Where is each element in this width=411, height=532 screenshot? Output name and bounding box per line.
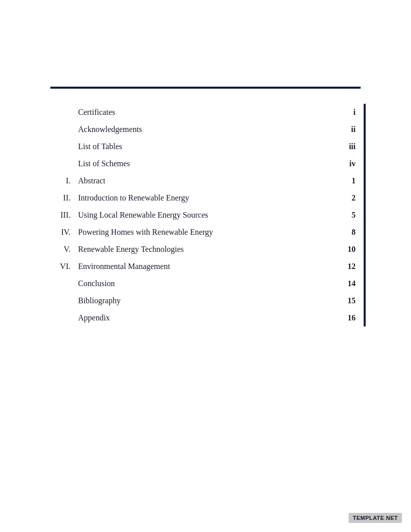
toc-page-number: 8	[330, 228, 361, 237]
toc-row: Bibliography15	[50, 292, 361, 309]
toc-entry-title: Acknowledgements	[76, 125, 330, 134]
toc-entry-title: Certificates	[76, 108, 330, 117]
toc-numeral: III.	[50, 211, 76, 220]
toc-page-number: 16	[330, 313, 361, 322]
toc-entry-title: List of Tables	[76, 142, 330, 151]
toc-entry-title: Using Local Renewable Energy Sources	[76, 211, 330, 220]
toc-entry-title: Conclusion	[76, 279, 330, 288]
watermark: TEMPLATE.NET	[349, 513, 402, 523]
title-underline	[50, 87, 361, 89]
toc-page-number: ii	[330, 125, 361, 134]
toc-entry-title: List of Schemes	[76, 159, 330, 168]
toc-entry-title: Powering Homes with Renewable Energy	[76, 228, 330, 237]
toc-page-number: 15	[330, 296, 361, 305]
toc-page-number: 14	[330, 279, 361, 288]
toc-numeral: II.	[50, 193, 76, 203]
toc-row: IV.Powering Homes with Renewable Energy8	[50, 224, 361, 241]
toc-row: Certificatesi	[50, 104, 361, 121]
toc-page-number: 2	[330, 193, 361, 203]
toc-entry-title: Introduction to Renewable Energy	[76, 193, 330, 203]
toc-page-number: 12	[330, 262, 361, 271]
toc-row: Conclusion14	[50, 275, 361, 292]
toc-numeral: I.	[50, 176, 76, 185]
toc-page-number: iv	[330, 159, 361, 168]
toc-entry-title: Bibliography	[76, 296, 330, 305]
toc-entry-title: Renewable Energy Technologies	[76, 245, 330, 254]
toc-page-number: iii	[330, 142, 361, 151]
toc-entry-title: Abstract	[76, 176, 330, 185]
toc-page-number: 10	[330, 245, 361, 254]
toc-row: V.Renewable Energy Technologies10	[50, 241, 361, 258]
toc-row: Appendix16	[50, 309, 361, 326]
toc-page-number: i	[330, 108, 361, 117]
toc-row: VI.Environmental Management12	[50, 258, 361, 275]
toc-row: Acknowledgementsii	[50, 121, 361, 138]
toc-entry-title: Environmental Management	[76, 262, 330, 271]
toc-entry-title: Appendix	[76, 313, 330, 322]
toc-page-number: 1	[330, 176, 361, 185]
toc-table: CertificatesiAcknowledgementsiiList of T…	[50, 104, 361, 326]
toc-numeral: IV.	[50, 228, 76, 237]
toc-numeral: V.	[50, 245, 76, 254]
vertical-bar	[364, 104, 366, 326]
watermark-text: TEMPLATE.NET	[353, 515, 398, 521]
content-area: CertificatesiAcknowledgementsiiList of T…	[0, 104, 411, 326]
page: CertificatesiAcknowledgementsiiList of T…	[0, 0, 411, 532]
toc-page-number: 5	[330, 211, 361, 220]
toc-row: List of Schemesiv	[50, 155, 361, 172]
toc-row: List of Tablesiii	[50, 138, 361, 155]
toc-row: I.Abstract1	[50, 172, 361, 189]
toc-numeral: VI.	[50, 262, 76, 271]
header-section	[0, 87, 411, 89]
toc-row: III.Using Local Renewable Energy Sources…	[50, 207, 361, 224]
toc-row: II.Introduction to Renewable Energy2	[50, 189, 361, 207]
